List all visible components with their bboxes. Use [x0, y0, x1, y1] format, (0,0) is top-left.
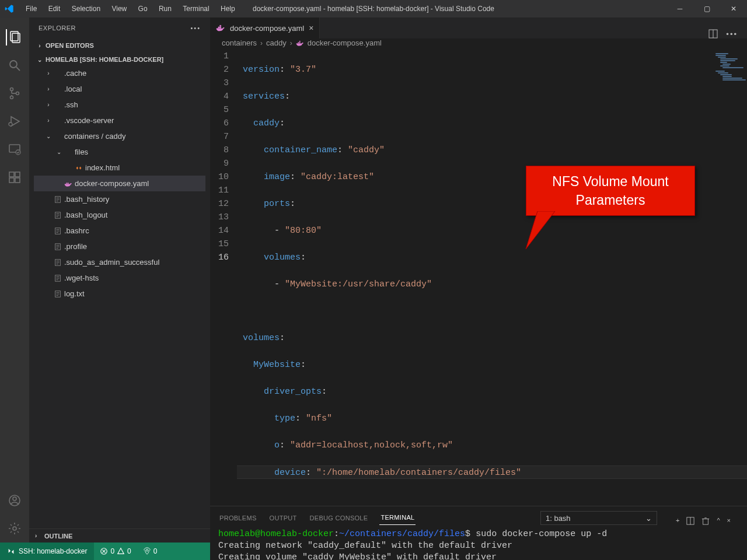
svg-point-4 [11, 88, 13, 91]
svg-point-6 [16, 92, 19, 95]
tree-item--local[interactable]: ›.local [34, 81, 205, 97]
split-terminal-icon[interactable] [686, 517, 694, 525]
split-editor-icon[interactable] [708, 29, 718, 38]
svg-line-3 [16, 67, 20, 71]
settings-icon[interactable] [6, 520, 23, 537]
outline-section[interactable]: ›OUTLINE [29, 528, 210, 542]
svg-rect-13 [15, 172, 20, 177]
tree-item-files[interactable]: ⌄files [34, 144, 205, 160]
tree-item--sudo-as-admin-successful[interactable]: .sudo_as_admin_successful [34, 254, 205, 270]
terminal-selector[interactable]: 1: bash⌄ [540, 511, 657, 525]
run-debug-icon[interactable] [6, 113, 23, 130]
tab-close-icon[interactable]: × [309, 23, 313, 33]
main-menu: File Edit Selection View Go Run Terminal… [21, 5, 240, 13]
svg-rect-49 [703, 519, 708, 525]
tree-item--profile[interactable]: .profile [34, 239, 205, 254]
svg-point-2 [10, 61, 17, 68]
tree-item--vscode-server[interactable]: ›.vscode-server [34, 113, 205, 128]
menu-help[interactable]: Help [216, 2, 240, 15]
status-ports[interactable]: 0 [137, 547, 163, 555]
svg-point-9 [16, 150, 20, 155]
tree-item-index-html[interactable]: index.html [34, 160, 205, 176]
annotation-callout: NFS Volume MountParameters [526, 166, 695, 216]
docker-icon [296, 40, 304, 47]
menu-run[interactable]: Run [154, 2, 176, 15]
status-problems[interactable]: 0 0 [94, 547, 137, 555]
minimap[interactable] [712, 52, 747, 128]
explorer-icon[interactable] [6, 29, 22, 46]
extensions-icon[interactable] [6, 169, 23, 186]
kill-terminal-icon[interactable] [701, 517, 710, 525]
editor-more-icon[interactable]: ••• [726, 30, 738, 38]
svg-rect-12 [15, 178, 20, 183]
panel-tab-debug[interactable]: DEBUG CONSOLE [309, 511, 369, 525]
tree-item-docker-compose-yaml[interactable]: docker-compose.yaml [34, 176, 205, 191]
tree-item--cache[interactable]: ›.cache [34, 65, 205, 81]
docker-icon [216, 24, 225, 32]
tree-item--bashrc[interactable]: .bashrc [34, 223, 205, 239]
svg-point-55 [146, 550, 148, 552]
more-icon[interactable]: ••• [190, 24, 201, 32]
tree-item--wget-hsts[interactable]: .wget-hsts [34, 270, 205, 286]
activity-bar [0, 18, 29, 542]
source-control-icon[interactable] [6, 85, 23, 102]
remote-indicator[interactable]: SSH: homelab-docker [0, 542, 94, 560]
breadcrumb[interactable]: containers› caddy› docker-compose.yaml [210, 38, 747, 47]
code-content[interactable]: version: "3.7" services: caddy: containe… [237, 47, 747, 506]
editor-group: docker-compose.yaml × ••• containers› ca… [210, 18, 747, 542]
close-button[interactable]: ✕ [720, 0, 747, 18]
panel-tab-problems[interactable]: PROBLEMS [218, 511, 258, 525]
svg-point-15 [13, 497, 16, 501]
menu-selection[interactable]: Selection [67, 2, 105, 15]
tree-item--bash-history[interactable]: .bash_history [34, 191, 205, 207]
bottom-panel: PROBLEMS OUTPUT DEBUG CONSOLE TERMINAL 1… [210, 506, 747, 560]
explorer-sidebar: EXPLORER ••• ›OPEN EDITORS ⌄HOMELAB [SSH… [29, 18, 210, 542]
open-editors-section[interactable]: ›OPEN EDITORS [34, 40, 205, 51]
accounts-icon[interactable] [6, 492, 23, 509]
title-bar: File Edit Selection View Go Run Terminal… [0, 0, 747, 18]
menu-go[interactable]: Go [134, 2, 152, 15]
new-terminal-icon[interactable]: + [676, 517, 679, 525]
menu-view[interactable]: View [107, 2, 131, 15]
svg-rect-11 [9, 178, 14, 183]
panel-tab-terminal[interactable]: TERMINAL [379, 510, 416, 525]
editor-tabs: docker-compose.yaml × ••• [210, 18, 747, 38]
maximize-panel-icon[interactable]: ^ [717, 517, 720, 525]
svg-rect-10 [9, 172, 14, 177]
tree-item-containers-caddy[interactable]: ⌄containers / caddy [34, 128, 205, 144]
close-panel-icon[interactable]: × [727, 517, 731, 525]
svg-point-7 [9, 123, 12, 126]
search-icon[interactable] [6, 57, 23, 74]
tab-docker-compose[interactable]: docker-compose.yaml × [210, 18, 320, 38]
terminal-content[interactable]: homelab@homelab-docker:~/containers/cadd… [210, 525, 747, 560]
menu-terminal[interactable]: Terminal [178, 2, 214, 15]
minimize-button[interactable]: ─ [666, 0, 693, 18]
vscode-logo-icon [5, 4, 14, 13]
panel-tab-output[interactable]: OUTPUT [268, 511, 298, 525]
svg-point-5 [11, 96, 13, 99]
svg-point-16 [13, 527, 16, 530]
menu-file[interactable]: File [21, 2, 41, 15]
workspace-section[interactable]: ⌄HOMELAB [SSH: HOMELAB-DOCKER] [34, 54, 205, 65]
tree-item-log-txt[interactable]: log.txt [34, 286, 205, 302]
tab-label: docker-compose.yaml [230, 24, 304, 33]
menu-edit[interactable]: Edit [44, 2, 65, 15]
explorer-title: EXPLORER [39, 24, 76, 32]
remote-explorer-icon[interactable] [6, 141, 23, 158]
maximize-button[interactable]: ▢ [693, 0, 720, 18]
tree-item--bash-logout[interactable]: .bash_logout [34, 207, 205, 223]
tree-item--ssh[interactable]: ›.ssh [34, 97, 205, 113]
code-editor[interactable]: 12345678910111213141516 version: "3.7" s… [210, 47, 747, 506]
